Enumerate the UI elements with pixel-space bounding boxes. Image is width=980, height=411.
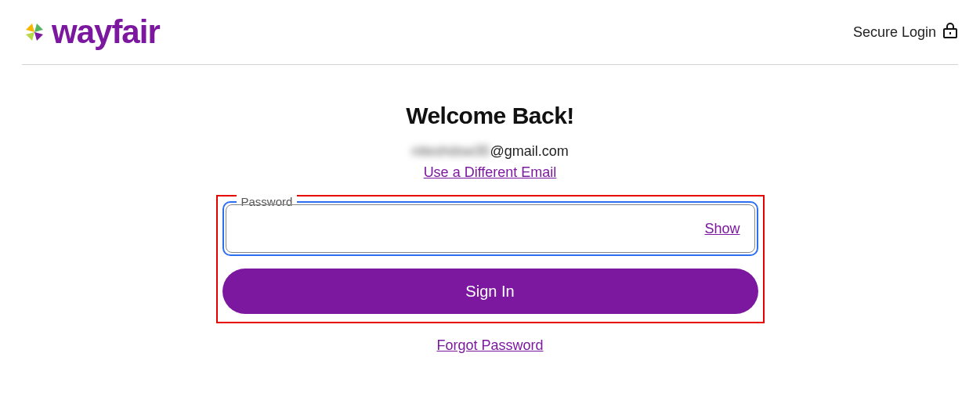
email-local-obscured: niteshdsw35: [411, 143, 490, 160]
brand-name: wayfair: [52, 16, 160, 49]
email-domain: @gmail.com: [490, 143, 568, 160]
header: wayfair Secure Login: [0, 0, 980, 64]
login-form: Welcome Back! niteshdsw35@gmail.com Use …: [0, 65, 980, 354]
use-different-email-link[interactable]: Use a Different Email: [424, 164, 557, 181]
password-field-inner: Show: [226, 204, 755, 253]
wayfair-logo[interactable]: wayfair: [22, 16, 160, 49]
wayfair-pinwheel-icon: [22, 20, 47, 45]
page-title: Welcome Back!: [406, 103, 574, 129]
password-input[interactable]: [240, 205, 705, 252]
show-password-toggle[interactable]: Show: [704, 221, 740, 237]
annotation-highlight: Password Show Sign In: [216, 195, 765, 323]
lock-icon: [942, 22, 958, 43]
sign-in-button[interactable]: Sign In: [222, 269, 758, 314]
secure-login-text: Secure Login: [853, 24, 936, 41]
password-field-wrapper: Password Show: [222, 201, 758, 256]
email-display: niteshdsw35@gmail.com: [411, 143, 568, 160]
forgot-password-link[interactable]: Forgot Password: [436, 337, 543, 354]
secure-login-label: Secure Login: [853, 22, 958, 43]
